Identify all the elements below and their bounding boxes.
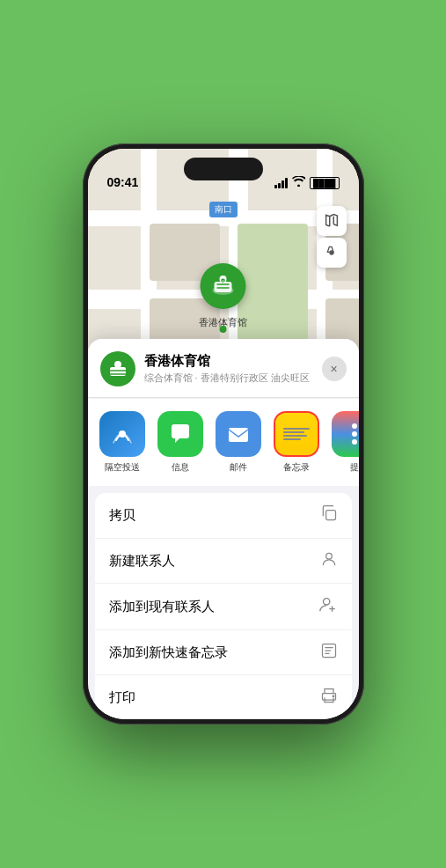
venue-description: 综合体育馆 · 香港特别行政区 油尖旺区 bbox=[144, 371, 313, 385]
action-print[interactable]: 打印 bbox=[95, 675, 352, 719]
venue-pin[interactable]: 🏟 香港体育馆 bbox=[199, 263, 247, 329]
airdrop-icon bbox=[99, 411, 145, 457]
share-item-messages[interactable]: 信息 bbox=[155, 411, 206, 474]
copy-icon bbox=[320, 504, 338, 526]
close-button[interactable]: × bbox=[322, 357, 347, 381]
action-copy-label: 拷贝 bbox=[109, 507, 135, 524]
action-quick-note-label: 添加到新快速备忘录 bbox=[109, 644, 228, 661]
action-add-contact[interactable]: 添加到现有联系人 bbox=[95, 584, 352, 630]
action-new-contact-label: 新建联系人 bbox=[109, 553, 175, 570]
messages-label: 信息 bbox=[172, 461, 189, 474]
mail-icon bbox=[216, 411, 261, 457]
wifi-icon bbox=[292, 176, 305, 189]
venue-name: 香港体育馆 bbox=[144, 353, 313, 370]
venue-header-icon bbox=[100, 351, 135, 386]
share-row: 隔空投送 信息 bbox=[88, 399, 359, 486]
pin-dot bbox=[220, 326, 227, 333]
svg-point-0 bbox=[330, 251, 333, 254]
action-new-contact[interactable]: 新建联系人 bbox=[95, 539, 352, 584]
venue-header: 香港体育馆 综合体育馆 · 香港特别行政区 油尖旺区 × bbox=[88, 339, 359, 398]
more-label: 提 bbox=[350, 461, 359, 474]
action-print-label: 打印 bbox=[109, 689, 135, 706]
new-contact-icon bbox=[320, 550, 338, 571]
add-contact-icon bbox=[318, 595, 338, 618]
svg-point-11 bbox=[323, 599, 329, 605]
note-line-2 bbox=[283, 431, 304, 433]
notes-icon bbox=[274, 411, 319, 457]
signal-icon bbox=[274, 178, 288, 188]
svg-rect-9 bbox=[325, 511, 335, 520]
svg-rect-2 bbox=[215, 282, 232, 292]
svg-text:🏟: 🏟 bbox=[221, 277, 225, 283]
location-button[interactable] bbox=[317, 238, 347, 268]
action-list: 拷贝 新建联系人 添加到现有联系人 bbox=[95, 493, 352, 719]
messages-icon bbox=[157, 411, 203, 457]
venue-info: 香港体育馆 综合体育馆 · 香港特别行政区 油尖旺区 bbox=[144, 353, 313, 385]
note-line-4 bbox=[283, 438, 301, 440]
map-label: 南口 bbox=[209, 202, 238, 217]
note-line-3 bbox=[283, 435, 307, 437]
mail-label: 邮件 bbox=[230, 461, 247, 474]
status-time: 09:41 bbox=[107, 175, 139, 189]
action-copy[interactable]: 拷贝 bbox=[95, 493, 352, 539]
phone-frame: 09:41 ████ bbox=[83, 143, 364, 725]
action-quick-note[interactable]: 添加到新快速备忘录 bbox=[95, 630, 352, 675]
note-line-1 bbox=[283, 428, 310, 430]
quick-note-icon bbox=[320, 642, 338, 663]
svg-point-6 bbox=[114, 361, 121, 368]
action-add-contact-label: 添加到现有联系人 bbox=[109, 599, 215, 615]
map-type-button[interactable] bbox=[317, 206, 347, 236]
share-item-more[interactable]: 提 bbox=[329, 411, 359, 474]
print-icon bbox=[320, 687, 338, 708]
phone-screen: 09:41 ████ bbox=[88, 149, 359, 719]
notes-lines-decoration bbox=[281, 424, 312, 444]
notes-label: 备忘录 bbox=[283, 461, 310, 474]
more-icon bbox=[332, 411, 359, 457]
map-controls bbox=[317, 206, 347, 268]
pin-circle: 🏟 bbox=[201, 263, 246, 309]
airdrop-label: 隔空投送 bbox=[105, 461, 140, 474]
svg-point-10 bbox=[325, 553, 332, 559]
bottom-sheet: 香港体育馆 综合体育馆 · 香港特别行政区 油尖旺区 × 隔 bbox=[88, 339, 359, 719]
svg-rect-8 bbox=[229, 428, 248, 442]
share-item-airdrop[interactable]: 隔空投送 bbox=[97, 411, 148, 474]
share-item-notes[interactable]: 备忘录 bbox=[271, 411, 322, 474]
share-item-mail[interactable]: 邮件 bbox=[213, 411, 264, 474]
battery-icon: ████ bbox=[310, 177, 340, 189]
dynamic-island bbox=[184, 158, 263, 180]
svg-point-14 bbox=[333, 695, 334, 697]
status-icons: ████ bbox=[274, 176, 340, 189]
